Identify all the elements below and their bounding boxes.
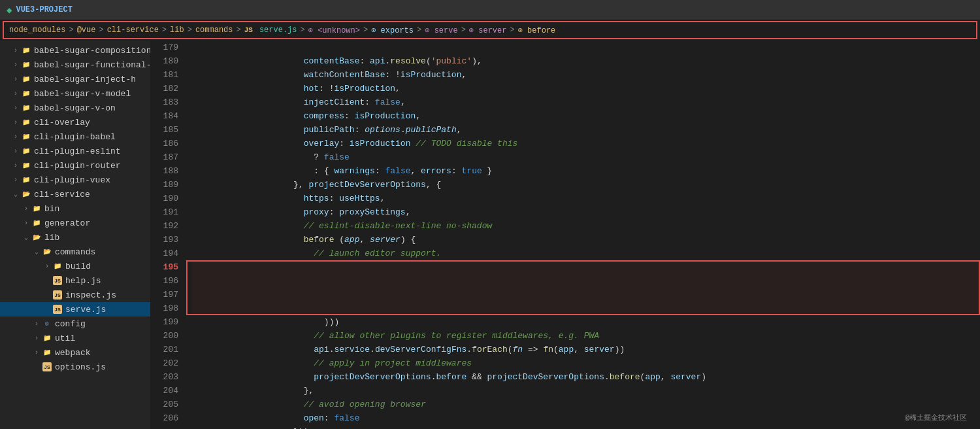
bc-lib[interactable]: lib xyxy=(170,26,184,35)
sidebar-item-commands[interactable]: ⌄ 📂 commands xyxy=(0,245,150,259)
bc-cli-service[interactable]: cli-service xyxy=(107,26,159,35)
code-line-197: `add "editor" field to your Vue project … xyxy=(191,288,980,301)
folder-red-icon: 📁 xyxy=(52,261,63,271)
chevron-right-icon: › xyxy=(10,74,21,84)
item-label: cli-service xyxy=(34,190,90,199)
chevron-right-icon: › xyxy=(10,131,21,142)
sidebar-item-bin[interactable]: › 📁 bin xyxy=(0,201,150,216)
folder-red-icon: 📁 xyxy=(31,203,42,214)
sidebar-item-cli-overlay[interactable]: › 📁 cli-overlay xyxy=(0,115,150,129)
item-label: webpack xyxy=(55,348,91,358)
code-line-204: // avoid opening browser xyxy=(191,384,980,398)
code-container: 179 180 181 182 183 184 185 186 187 188 … xyxy=(150,41,980,429)
sidebar-item-inspect-js[interactable]: › JS inspect.js xyxy=(0,288,150,302)
code-line-192: before (app, server) { xyxy=(191,219,980,233)
item-label: commands xyxy=(55,247,95,257)
folder-icon: 📁 xyxy=(21,45,31,56)
sidebar-item-webpack[interactable]: › 📁 webpack xyxy=(0,345,150,360)
folder-icon: 📁 xyxy=(21,146,31,156)
breadcrumb-bar: node_modules > @vue > cli-service > lib … xyxy=(3,21,977,39)
sidebar-item-babel-inject[interactable]: › 📁 babel-sugar-inject-h xyxy=(0,72,150,86)
item-label: cli-overlay xyxy=(34,118,90,128)
code-line-196: `To specify an editor, specify the EDITO… xyxy=(191,274,980,288)
chevron-right-icon: › xyxy=(10,60,21,70)
bc-serve-js[interactable]: serve.js xyxy=(259,26,297,35)
item-label: serve.js xyxy=(65,305,106,315)
folder-icon: 📁 xyxy=(21,103,31,113)
code-line-206: })) xyxy=(191,411,980,425)
item-label: cli-plugin-eslint xyxy=(34,146,121,156)
sidebar-item-cli-plugin-babel[interactable]: › 📁 cli-plugin-babel xyxy=(0,129,150,144)
item-label: babel-sugar-composition-api-render-... xyxy=(34,46,150,56)
watermark: @稀土掘金技术社区 xyxy=(905,413,967,422)
chevron-right-icon: › xyxy=(31,318,42,329)
item-label: babel-sugar-v-on xyxy=(34,103,116,113)
item-label: babel-sugar-v-model xyxy=(34,89,131,99)
folder-icon: 📁 xyxy=(21,175,31,185)
code-line-187: : { warnings: false, errors: true } xyxy=(191,150,980,164)
item-label: bin xyxy=(44,204,59,214)
sidebar-item-cli-plugin-vuex[interactable]: › 📁 cli-plugin-vuex xyxy=(0,173,150,187)
project-name: VUE3-PROJECT xyxy=(16,5,72,14)
sidebar-item-util[interactable]: › 📁 util xyxy=(0,331,150,345)
code-line-189: https: useHttps, xyxy=(191,178,980,192)
sidebar-item-babel-von[interactable]: › 📁 babel-sugar-v-on xyxy=(0,101,150,115)
sidebar-item-cli-service[interactable]: ⌄ 📂 cli-service xyxy=(0,187,150,201)
title-bar: ◆ VUE3-PROJECT xyxy=(0,0,980,20)
chevron-right-icon: › xyxy=(31,347,42,358)
item-label: cli-plugin-vuex xyxy=(34,175,110,185)
sidebar-item-cli-plugin-router[interactable]: › 📁 cli-plugin-router xyxy=(0,158,150,173)
item-label: lib xyxy=(44,233,59,243)
js-icon: JS xyxy=(52,275,63,286)
code-line-184: publicPath: options.publicPath, xyxy=(191,109,980,123)
item-label: options.js xyxy=(55,362,106,372)
sidebar-item-babel-vmodel[interactable]: › 📁 babel-sugar-v-model xyxy=(0,86,150,101)
bc-unknown[interactable]: ⊙ <unknown> xyxy=(308,26,360,35)
chevron-right-icon: › xyxy=(10,160,21,171)
code-line-188: }, projectDevServerOptions, { xyxy=(191,164,980,178)
code-line-202: projectDevServerOptions.before && projec… xyxy=(191,356,980,370)
bc-node-modules[interactable]: node_modules xyxy=(9,26,65,35)
folder-icon: 📁 xyxy=(21,160,31,171)
sidebar-item-babel-composition[interactable]: › 📁 babel-sugar-composition-api-render-.… xyxy=(0,43,150,58)
js-icon: JS xyxy=(52,290,63,300)
sidebar-item-build[interactable]: › 📁 build xyxy=(0,259,150,273)
chevron-right-icon: › xyxy=(42,261,52,271)
folder-icon: 📁 xyxy=(31,218,42,228)
folder-open-icon: 📂 xyxy=(31,232,42,243)
folder-gear-icon: ⚙ xyxy=(42,318,52,329)
chevron-right-icon: › xyxy=(10,175,21,185)
file-explorer[interactable]: › 📁 babel-sugar-composition-api-render-.… xyxy=(0,41,150,429)
bc-before[interactable]: ⊙ before xyxy=(518,26,556,35)
chevron-right-icon: › xyxy=(10,146,21,156)
chevron-right-icon: › xyxy=(31,333,42,343)
project-title: ◆ VUE3-PROJECT xyxy=(7,5,73,16)
chevron-down-icon: ⌄ xyxy=(10,189,21,199)
breadcrumb: node_modules > @vue > cli-service > lib … xyxy=(9,26,555,35)
sidebar-item-generator[interactable]: › 📁 generator xyxy=(0,216,150,230)
bc-commands[interactable]: commands xyxy=(195,26,233,35)
sidebar-item-help-js[interactable]: › JS help.js xyxy=(0,273,150,288)
chevron-right-icon: › xyxy=(10,45,21,56)
bc-serve[interactable]: ⊙ serve xyxy=(425,26,457,35)
item-label: util xyxy=(55,334,75,343)
folder-icon: 📁 xyxy=(21,88,31,99)
sidebar-item-config[interactable]: › ⚙ config xyxy=(0,317,150,331)
code-line-198: ))) xyxy=(191,301,980,315)
bc-exports[interactable]: ⊙ exports xyxy=(371,26,414,35)
bc-vue[interactable]: @vue xyxy=(77,26,96,35)
bc-server[interactable]: ⊙ server xyxy=(469,26,507,35)
sidebar-item-lib[interactable]: ⌄ 📂 lib xyxy=(0,230,150,245)
chevron-down-icon: ⌄ xyxy=(21,232,31,243)
code-line-199: // allow other plugins to register middl… xyxy=(191,315,980,329)
code-line-193: // launch editor support. xyxy=(191,233,980,247)
sidebar-item-babel-functional[interactable]: › 📁 babel-sugar-functional-vue xyxy=(0,58,150,72)
bc-js-tag: JS xyxy=(244,26,253,34)
line-numbers: 179 180 181 182 183 184 185 186 187 188 … xyxy=(150,41,186,429)
code-line-194: // this works with vue-devtools & @vue/c… xyxy=(191,247,980,260)
sidebar-item-options-js[interactable]: › JS options.js xyxy=(0,360,150,374)
code-line-186: ? false xyxy=(191,137,980,150)
sidebar-item-cli-plugin-eslint[interactable]: › 📁 cli-plugin-eslint xyxy=(0,144,150,158)
sidebar-item-serve-js[interactable]: › JS serve.js xyxy=(0,302,150,317)
code-line-181: hot: !isProduction, xyxy=(191,68,980,82)
